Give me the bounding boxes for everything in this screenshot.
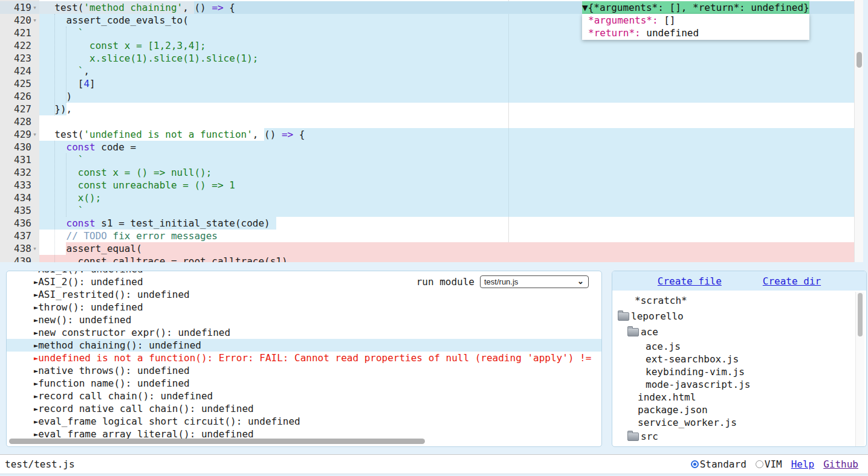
- editor-scrollbar-thumb[interactable]: [857, 52, 862, 68]
- code-line[interactable]: x.slice(1).slice(1).slice(1);: [39, 52, 305, 65]
- line-number: 428: [14, 115, 31, 128]
- line-number: 430: [14, 141, 31, 153]
- file-tree[interactable]: *scratch*leporelloaceace.jsext-searchbox…: [612, 291, 866, 447]
- line-number-gutter[interactable]: 419▾420▾421422423424425426427428429▾4304…: [0, 0, 39, 262]
- keybinding-option-vim[interactable]: VIM: [756, 458, 782, 470]
- radio-selected-icon[interactable]: [691, 460, 699, 468]
- code-line[interactable]: assert_equal(: [39, 242, 305, 255]
- test-result-row[interactable]: ►method chaining(): undefined: [7, 339, 601, 352]
- tree-item-src[interactable]: src: [612, 429, 866, 445]
- gutter-row: 432: [0, 166, 39, 179]
- code-line[interactable]: x();: [39, 191, 305, 204]
- create-dir-link[interactable]: Create dir: [763, 275, 821, 287]
- gutter-row: 430: [0, 141, 39, 153]
- tree-item-package.json[interactable]: package.json: [612, 404, 866, 416]
- code-line[interactable]: `: [39, 204, 305, 217]
- test-result-row[interactable]: ►function name(): undefined: [7, 377, 601, 390]
- tree-item-label: ast_utils.js: [646, 445, 716, 447]
- code-line[interactable]: const code =: [39, 141, 305, 153]
- code-line[interactable]: // TODO fix error messages: [39, 230, 305, 242]
- help-link[interactable]: Help: [791, 458, 815, 470]
- create-file-link[interactable]: Create file: [658, 275, 722, 287]
- code-line[interactable]: `: [39, 153, 305, 166]
- code-line[interactable]: const unreachable = () => 1: [39, 179, 305, 191]
- tree-item-ace.js[interactable]: ace.js: [612, 340, 866, 353]
- editor-vertical-scrollbar[interactable]: [854, 0, 863, 262]
- run-module-select[interactable]: test/run.js ⌄: [480, 275, 589, 288]
- test-result-label: new(): undefined: [38, 314, 131, 326]
- code-line[interactable]: const s1 = test_initial_state(code): [39, 217, 305, 230]
- test-result-row[interactable]: ►eval_frame logical short circuit(): und…: [7, 415, 601, 428]
- console-scrollbar-thumb[interactable]: [9, 439, 425, 444]
- code-line[interactable]: `: [39, 27, 305, 39]
- gutter-row: 420▾: [0, 14, 39, 27]
- tree-item-mode-javascript.js[interactable]: mode-javascript.js: [612, 378, 866, 391]
- tree-item-service_worker.js[interactable]: service_worker.js: [612, 416, 866, 429]
- test-result-row[interactable]: ►new(): undefined: [7, 314, 601, 326]
- test-result-row[interactable]: ►undefined is not a function(): Error: F…: [7, 352, 601, 364]
- line-number: 439: [14, 255, 31, 262]
- code-token: 'undefined is not a function': [83, 129, 252, 140]
- code-line[interactable]: ): [39, 90, 305, 103]
- code-line[interactable]: const x = () => null();: [39, 166, 305, 179]
- fold-toggle-icon[interactable]: ▾: [31, 1, 38, 14]
- code-line[interactable]: assert_code_evals_to(: [39, 14, 305, 27]
- console-horizontal-scrollbar[interactable]: [7, 439, 601, 445]
- test-result-row[interactable]: ►record native call chain(): undefined: [7, 402, 601, 415]
- fold-toggle-icon[interactable]: ▾: [31, 14, 38, 27]
- file-tree-panel[interactable]: Create file Create dir *scratch*leporell…: [612, 271, 867, 447]
- code-token: // TODO: [66, 230, 107, 242]
- tree-item-ext-searchbox.js[interactable]: ext-searchbox.js: [612, 353, 866, 365]
- gutter-row: 434: [0, 191, 39, 204]
- test-result-row[interactable]: ►ASI_restrited(): undefined: [7, 288, 601, 301]
- tree-item-ace[interactable]: ace: [612, 324, 866, 340]
- code-token: }),: [43, 103, 72, 115]
- tree-item-ast_utils.js[interactable]: ast_utils.js: [612, 445, 866, 447]
- fold-toggle-icon[interactable]: ▾: [31, 128, 38, 141]
- tooltip-entry[interactable]: *arguments*: []: [582, 14, 809, 27]
- code-line[interactable]: [4]: [39, 77, 305, 90]
- tree-item-index.html[interactable]: index.html: [612, 391, 866, 404]
- fold-toggle-icon[interactable]: ▾: [31, 242, 38, 255]
- code-token: ): [43, 91, 72, 102]
- test-result-row[interactable]: ►record call chain(): undefined: [7, 390, 601, 402]
- code-line[interactable]: `,: [39, 65, 305, 77]
- test-results-panel[interactable]: run module test/run.js ⌄ ►ASI_1(): undef…: [6, 271, 602, 447]
- code-token: x.slice(1).slice(1).slice(1);: [43, 53, 258, 64]
- tree-vertical-scrollbar[interactable]: [855, 292, 864, 446]
- code-lines[interactable]: test('method chaining', () => { assert_c…: [39, 1, 305, 262]
- test-result-label: ASI_2(): undefined: [38, 276, 143, 288]
- tree-item-keybinding-vim.js[interactable]: keybinding-vim.js: [612, 365, 866, 378]
- gutter-row: 423: [0, 52, 39, 65]
- code-line[interactable]: [39, 115, 305, 128]
- tree-item-label: src: [641, 429, 658, 445]
- tree-scrollbar-thumb[interactable]: [858, 293, 863, 336]
- tooltip-header[interactable]: ▼{*arguments*: [], *return*: undefined}: [582, 1, 809, 14]
- code-line[interactable]: test('method chaining', () => {: [39, 1, 305, 14]
- keybinding-option-standard[interactable]: Standard: [691, 458, 747, 470]
- tree-item-label: keybinding-vim.js: [646, 365, 745, 378]
- test-result-list[interactable]: ►ASI_1(): undefined►ASI_2(): undefined►A…: [7, 271, 601, 440]
- test-result-row[interactable]: ►throw(): undefined: [7, 301, 601, 314]
- gutter-row: 421: [0, 27, 39, 39]
- code-editor[interactable]: 419▾420▾421422423424425426427428429▾4304…: [0, 0, 863, 262]
- test-result-label: ASI_1(): undefined: [38, 271, 143, 275]
- code-line[interactable]: const calltrace = root_calltrace(s1): [39, 255, 305, 262]
- code-line[interactable]: test('undefined is not a function', () =…: [39, 128, 305, 141]
- gutter-row: 422: [0, 39, 39, 52]
- code-line[interactable]: const x = [1,2,3,4];: [39, 39, 305, 52]
- tooltip-entry[interactable]: *return*: undefined: [582, 27, 809, 39]
- line-number: 436: [14, 217, 31, 230]
- code-token: `: [43, 154, 83, 166]
- test-result-row[interactable]: ►new constructor expr(): undefined: [7, 326, 601, 339]
- status-bar: test/test.js StandardVIMHelpGithub: [0, 454, 868, 474]
- folder-icon: [627, 328, 639, 336]
- test-result-row[interactable]: ►ASI_1(): undefined: [7, 271, 601, 275]
- github-link[interactable]: Github: [823, 458, 858, 470]
- code-line[interactable]: }),: [39, 103, 305, 115]
- tree-item-scratch[interactable]: *scratch*: [612, 293, 866, 309]
- test-result-row[interactable]: ►native throws(): undefined: [7, 364, 601, 377]
- code-token: const: [66, 141, 96, 153]
- radio-unselected-icon[interactable]: [756, 460, 763, 468]
- tree-item-leporello[interactable]: leporello: [612, 309, 866, 324]
